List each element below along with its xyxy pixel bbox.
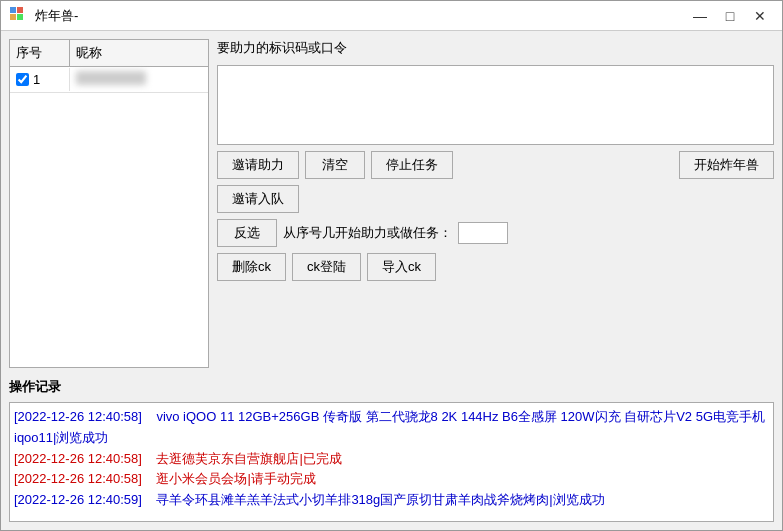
title-bar: 炸年兽- — □ ✕ bbox=[1, 1, 782, 31]
svg-rect-2 bbox=[10, 14, 16, 20]
btn-row-top: 邀请助力 清空 停止任务 bbox=[217, 151, 508, 179]
left-button-group: 邀请助力 清空 停止任务 邀请入队 反选 从序号几开始助力或做任务： bbox=[217, 151, 508, 247]
ck-login-button[interactable]: ck登陆 bbox=[292, 253, 361, 281]
window-controls: — □ ✕ bbox=[686, 5, 774, 27]
task-start-input[interactable] bbox=[458, 222, 508, 244]
invite-help-button[interactable]: 邀请助力 bbox=[217, 151, 299, 179]
row-index: 1 bbox=[33, 72, 40, 87]
btn-row-ck: 删除ck ck登陆 导入ck bbox=[217, 253, 774, 281]
close-button[interactable]: ✕ bbox=[746, 5, 774, 27]
svg-rect-3 bbox=[17, 14, 23, 20]
col-header-index: 序号 bbox=[10, 40, 70, 66]
svg-rect-0 bbox=[10, 7, 16, 13]
reverse-select-button[interactable]: 反选 bbox=[217, 219, 277, 247]
log-line-3: [2022-12-26 12:40:58] 逛小米会员会场|请手动完成 bbox=[14, 469, 769, 490]
minimize-button[interactable]: — bbox=[686, 5, 714, 27]
svg-rect-1 bbox=[17, 7, 23, 13]
accounts-table: 序号 昵称 1 bbox=[9, 39, 209, 368]
window-title: 炸年兽- bbox=[35, 7, 686, 25]
delete-ck-button[interactable]: 删除ck bbox=[217, 253, 286, 281]
row-nickname-cell bbox=[70, 67, 208, 92]
start-button-container: 开始炸年兽 bbox=[679, 151, 774, 179]
row-index-cell: 1 bbox=[10, 68, 70, 91]
import-ck-button[interactable]: 导入ck bbox=[367, 253, 436, 281]
btn-row-reverse: 反选 从序号几开始助力或做任务： bbox=[217, 219, 508, 247]
table-header: 序号 昵称 bbox=[10, 40, 208, 67]
log-line-1: [2022-12-26 12:40:58] vivo iQOO 11 12GB+… bbox=[14, 407, 769, 449]
task-start-label: 从序号几开始助力或做任务： bbox=[283, 224, 452, 242]
token-textarea[interactable] bbox=[217, 65, 774, 145]
button-row-1: 邀请助力 清空 停止任务 邀请入队 反选 从序号几开始助力或做任务： 开始炸年兽 bbox=[217, 151, 774, 247]
operation-log-section: 操作记录 [2022-12-26 12:40:58] vivo iQOO 11 … bbox=[1, 376, 782, 530]
clear-button[interactable]: 清空 bbox=[305, 151, 365, 179]
main-content: 序号 昵称 1 要助力的标识码或口令 邀请助力 bbox=[1, 31, 782, 376]
maximize-button[interactable]: □ bbox=[716, 5, 744, 27]
log-line-4: [2022-12-26 12:40:59] 寻羊令环县滩羊羔羊法式小切羊排318… bbox=[14, 490, 769, 511]
stop-task-button[interactable]: 停止任务 bbox=[371, 151, 453, 179]
right-panel: 要助力的标识码或口令 邀请助力 清空 停止任务 邀请入队 反选 从序号几开始助力… bbox=[217, 39, 774, 368]
app-icon bbox=[9, 6, 29, 26]
log-line-2: [2022-12-26 12:40:58] 去逛德芙京东自营旗舰店|已完成 bbox=[14, 449, 769, 470]
app-window: 炸年兽- — □ ✕ 序号 昵称 1 bbox=[0, 0, 783, 531]
operation-log-label: 操作记录 bbox=[9, 376, 774, 398]
start-button[interactable]: 开始炸年兽 bbox=[679, 151, 774, 179]
nickname-blurred bbox=[76, 71, 146, 85]
row-checkbox[interactable] bbox=[16, 73, 29, 86]
col-header-nickname: 昵称 bbox=[70, 40, 208, 66]
table-row: 1 bbox=[10, 67, 208, 93]
token-label: 要助力的标识码或口令 bbox=[217, 39, 774, 57]
log-area: [2022-12-26 12:40:58] vivo iQOO 11 12GB+… bbox=[9, 402, 774, 522]
btn-row-invite-join: 邀请入队 bbox=[217, 185, 508, 213]
invite-join-button[interactable]: 邀请入队 bbox=[217, 185, 299, 213]
